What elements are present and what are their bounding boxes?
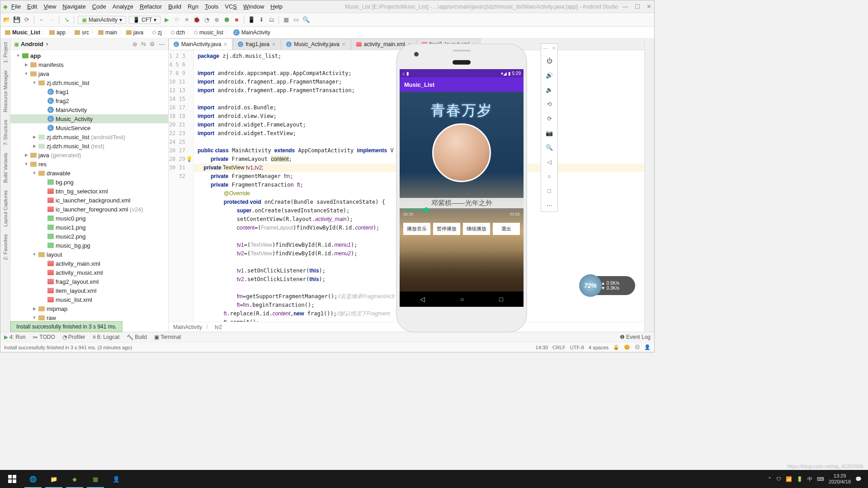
progress-bar[interactable]: 00:3903:55 — [403, 209, 520, 216]
sdk-icon[interactable]: ⬇ — [258, 16, 265, 23]
bottom-eventlog[interactable]: ❶ Event Log — [620, 334, 651, 340]
menu-window[interactable]: Window — [243, 3, 264, 10]
menu-edit[interactable]: Edit — [27, 3, 37, 10]
tree-musicsvc[interactable]: CMusicService — [10, 123, 168, 132]
tree-l2[interactable]: activity_music.xml — [10, 268, 168, 277]
rail-resource[interactable]: Resource Manager — [3, 66, 8, 116]
network-widget[interactable]: 72% ▲ 0.5K/s ▼ 0.3K/s — [581, 276, 635, 295]
resume-button[interactable]: 继续播放 — [463, 223, 490, 235]
task-browser[interactable]: 🌐 — [23, 470, 43, 488]
bc-class[interactable]: CMainActivity — [232, 29, 270, 36]
tree-raw[interactable]: ▼raw — [10, 313, 168, 322]
tray-battery-icon[interactable]: 🔋 — [797, 476, 803, 482]
tree-btn[interactable]: btn_bg_selector.xml — [10, 187, 168, 196]
collapse-icon[interactable]: ⇆ — [141, 41, 146, 47]
smile-icon[interactable]: 😊 — [624, 344, 630, 350]
tray-up-icon[interactable]: ⌃ — [768, 476, 772, 482]
close-tab-icon[interactable]: ✕ — [223, 42, 227, 47]
menu-file[interactable]: File — [11, 3, 21, 10]
maximize-icon[interactable]: ☐ — [635, 3, 640, 10]
tab-musicactivity[interactable]: CMusic_Activity.java✕ — [281, 38, 350, 50]
attach-icon[interactable]: ⊕ — [213, 16, 220, 23]
tree-icfg[interactable]: ic_launcher_foreground.xml (v24) — [10, 205, 168, 214]
tree-frag1[interactable]: Cfrag1 — [10, 87, 168, 96]
tree-test1[interactable]: ▶zj.dzh.music_list (androidTest) — [10, 132, 168, 141]
target-icon[interactable]: ⊕ — [132, 41, 137, 47]
volume-up-icon[interactable]: 🔊 — [545, 70, 554, 80]
tree-layout[interactable]: ▼layout — [10, 250, 168, 259]
start-button[interactable] — [2, 470, 23, 488]
task-android-studio[interactable]: ◆ — [64, 470, 85, 488]
nav-back-icon[interactable]: ◁ — [420, 296, 425, 303]
tree-test2[interactable]: ▶zj.dzh.music_list (test) — [10, 141, 168, 150]
back-icon[interactable]: ← — [38, 16, 45, 23]
home-icon[interactable]: ○ — [545, 172, 554, 181]
emulator-screen[interactable]: ⌂ ▮▾◢ ▮ 5:29 Music_List 青春万岁 邓紫棋——光年之外 0… — [400, 69, 524, 307]
open-icon[interactable]: 📂 — [3, 16, 10, 23]
avd-icon[interactable]: 📱 — [248, 16, 255, 23]
bc-pkg[interactable]: music_list — [194, 29, 223, 36]
exit-button[interactable]: 退出 — [493, 223, 520, 235]
tab-frag1[interactable]: Cfrag1.java✕ — [233, 38, 281, 50]
more-icon[interactable]: ⋯ — [545, 201, 554, 210]
make-icon[interactable]: ↘ — [63, 16, 70, 23]
search-icon[interactable]: 🔍 — [302, 16, 310, 23]
nav-recents-icon[interactable]: □ — [500, 296, 503, 303]
menu-vcs[interactable]: VCS — [225, 3, 237, 10]
tree-l4[interactable]: item_layout.xml — [10, 286, 168, 295]
menu-run[interactable]: Run — [188, 3, 198, 10]
apply-icon[interactable]: ⟳ — [173, 16, 180, 23]
close-icon[interactable]: ✕ — [646, 3, 651, 10]
tree-mipmap[interactable]: ▶mipmap — [10, 304, 168, 313]
bc-app[interactable]: app — [49, 29, 66, 36]
save-icon[interactable]: 💾 — [13, 16, 20, 23]
chevron-down-icon[interactable]: ▼ — [45, 42, 49, 47]
menu-view[interactable]: View — [43, 3, 56, 10]
nav-home-icon[interactable]: ○ — [460, 296, 464, 303]
tree-l5[interactable]: music_list.xml — [10, 295, 168, 304]
profile-icon[interactable]: ◔ — [203, 16, 210, 23]
overview-icon[interactable]: □ — [545, 186, 554, 195]
tree-m1[interactable]: music1.png — [10, 223, 168, 232]
pane-title[interactable]: Android — [21, 41, 43, 47]
back-icon[interactable]: ◁ — [545, 157, 554, 166]
people-icon[interactable]: 👤 — [644, 344, 651, 350]
status-encoding[interactable]: UTF-8 — [570, 345, 584, 350]
pause-button[interactable]: 暂停播放 — [433, 223, 460, 235]
tree-mainact[interactable]: CMainActivity — [10, 105, 168, 114]
tree-manifests[interactable]: ▶manifests — [10, 60, 168, 69]
tray-clock[interactable]: 13:292020/4/18 — [829, 473, 851, 485]
menu-code[interactable]: Code — [92, 3, 106, 10]
task-avatar[interactable]: 👤 — [106, 470, 127, 488]
lock-icon[interactable]: 🔒 — [613, 344, 619, 350]
bc-java[interactable]: java — [126, 29, 143, 36]
tree-frag2[interactable]: Cfrag2 — [10, 96, 168, 105]
tree-res[interactable]: ▼res — [10, 160, 168, 169]
tree-bg[interactable]: bg.png — [10, 178, 168, 187]
coverage-icon[interactable]: ≡ — [183, 16, 190, 23]
menu-help[interactable]: Help — [270, 3, 283, 10]
rail-project[interactable]: 1: Project — [3, 38, 8, 66]
status-eol[interactable]: CRLF — [552, 345, 566, 350]
tree-m2[interactable]: music2.png — [10, 232, 168, 241]
hide-icon[interactable]: — — [159, 41, 165, 47]
bc-zj[interactable]: zj — [152, 29, 162, 36]
emu-minimize-icon[interactable]: — — [543, 46, 547, 51]
tree-app[interactable]: ▼app — [10, 51, 168, 60]
bottom-build[interactable]: 🔨 Build — [127, 334, 147, 340]
menu-build[interactable]: Build — [168, 3, 181, 10]
android-icon[interactable]: ⬢ — [223, 16, 230, 23]
sad-icon[interactable]: ☹ — [635, 344, 640, 350]
bc-dzh[interactable]: dzh — [171, 29, 185, 36]
rail-favorites[interactable]: 2: Favorites — [3, 230, 8, 263]
bc-src[interactable]: src — [75, 29, 89, 36]
gear-icon[interactable]: ⚙ — [150, 41, 155, 47]
bc-root[interactable]: Music_List — [5, 29, 40, 36]
bottom-profiler[interactable]: ◔ Profiler — [62, 334, 85, 340]
tree-l1[interactable]: activity_main.xml — [10, 259, 168, 268]
bottom-terminal[interactable]: ▣ Terminal — [154, 334, 181, 340]
tree-gen[interactable]: ▶java (generated) — [10, 150, 168, 160]
tray-wifi-icon[interactable]: 📶 — [786, 476, 792, 482]
device-select[interactable]: 📱CFT ▾ — [129, 16, 160, 24]
rail-build-variants[interactable]: Build Variants — [3, 149, 8, 187]
